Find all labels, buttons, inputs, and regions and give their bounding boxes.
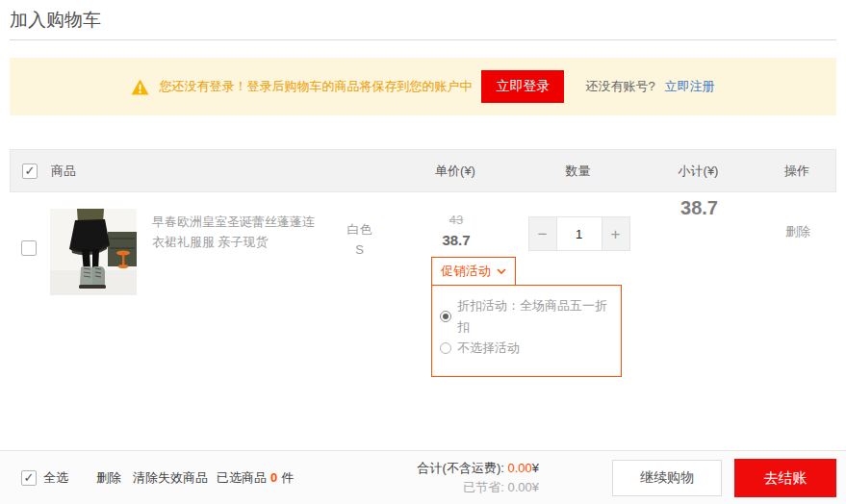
shopping-cart-page: 加入购物车 您还没有登录！登录后购物车的商品将保存到您的账户中 立即登录 还没有… <box>0 0 846 504</box>
header-subtotal: 小计(¥) <box>638 163 758 180</box>
header-action: 操作 <box>758 163 835 180</box>
product-variant: 白色 S <box>325 220 394 261</box>
promo-option-label: 折扣活动：全场商品五一折扣 <box>457 295 613 338</box>
promotion-dropdown: 促销活动 折扣活动：全场商品五一折扣 不选择活动 <box>431 257 622 377</box>
saved-currency: ¥ <box>532 480 539 494</box>
quantity-cell: − + <box>519 216 639 251</box>
item-subtotal: 38.7 <box>680 197 718 218</box>
chevron-down-icon <box>497 268 506 274</box>
register-now-link[interactable]: 立即注册 <box>665 78 715 95</box>
total-line: 合计(不含运费): 0.00¥ <box>418 459 539 478</box>
delete-item-link[interactable]: 删除 <box>785 223 810 240</box>
promo-option-discount[interactable]: 折扣活动：全场商品五一折扣 <box>440 295 613 338</box>
checkout-button[interactable]: 去结账 <box>734 459 836 497</box>
login-warning-text: 您还没有登录！登录后购物车的商品将保存到您的账户中 <box>159 78 472 95</box>
quantity-increase-button[interactable]: + <box>602 216 630 251</box>
total-label: 合计(不含运费): <box>418 461 504 475</box>
quantity-input[interactable] <box>556 216 602 251</box>
no-account-text: 还没有账号? <box>585 78 654 95</box>
select-all-label: 全选 <box>43 469 68 487</box>
total-currency: ¥ <box>532 461 539 475</box>
clear-invalid-link[interactable]: 清除失效商品 <box>133 451 208 504</box>
login-warning-banner: 您还没有登录！登录后购物车的商品将保存到您的账户中 立即登录 还没有账号? 立即… <box>10 58 836 115</box>
selected-suffix: 件 <box>281 469 294 487</box>
header-product: 商品 <box>51 163 393 180</box>
promotion-panel: 折扣活动：全场商品五一折扣 不选择活动 <box>431 285 622 377</box>
select-all-footer-checkbox[interactable] <box>21 470 37 486</box>
radio-button[interactable] <box>440 342 451 354</box>
selected-count-text: 已选商品 0 件 <box>217 451 294 504</box>
discounted-price: 38.7 <box>442 232 470 248</box>
cart-footer-bar: 全选 删除 清除失效商品 已选商品 0 件 合计(不含运费): 0.00¥ 已节… <box>0 450 846 504</box>
saved-label: 已节省: <box>463 480 504 494</box>
totals-block: 合计(不含运费): 0.00¥ 已节省: 0.00¥ <box>418 451 539 504</box>
header-quantity: 数量 <box>518 163 638 180</box>
continue-shopping-button[interactable]: 继续购物 <box>612 460 722 496</box>
page-title: 加入购物车 <box>10 8 101 33</box>
product-size: S <box>355 242 364 257</box>
login-now-button[interactable]: 立即登录 <box>481 70 564 103</box>
title-divider <box>10 39 836 40</box>
product-image[interactable] <box>50 209 137 295</box>
promo-option-none[interactable]: 不选择活动 <box>440 338 613 359</box>
header-unit-price: 单价(¥) <box>393 163 518 180</box>
selected-count: 0 <box>270 470 277 485</box>
total-value: 0.00 <box>507 461 531 475</box>
saved-value: 0.00 <box>507 480 531 494</box>
quantity-stepper: − + <box>528 216 630 251</box>
promotion-toggle[interactable]: 促销活动 <box>431 257 516 286</box>
promotion-label: 促销活动 <box>441 263 491 280</box>
saved-line: 已节省: 0.00¥ <box>463 478 539 497</box>
item-checkbox[interactable] <box>21 240 37 256</box>
product-color: 白色 <box>347 222 372 237</box>
radio-button[interactable] <box>440 311 451 322</box>
original-price: 43 <box>449 213 463 227</box>
cart-item-row: 早春欧洲皇室圣诞蕾丝蓬蓬连衣裙礼服服 亲子现货 白色 S 43 38.7 − +… <box>10 197 836 308</box>
promo-option-label: 不选择活动 <box>457 338 520 359</box>
cart-table-header: 商品 单价(¥) 数量 小计(¥) 操作 <box>10 149 836 192</box>
footer-delete-link[interactable]: 删除 <box>96 451 121 504</box>
quantity-decrease-button[interactable]: − <box>528 216 557 251</box>
selected-prefix: 已选商品 <box>217 469 267 487</box>
select-all-header-checkbox[interactable] <box>22 164 38 179</box>
product-title-link[interactable]: 早春欧洲皇室圣诞蕾丝蓬蓬连衣裙礼服服 亲子现货 <box>152 212 325 253</box>
unit-price-cell: 43 38.7 <box>394 211 519 251</box>
warning-triangle-icon <box>131 79 149 95</box>
